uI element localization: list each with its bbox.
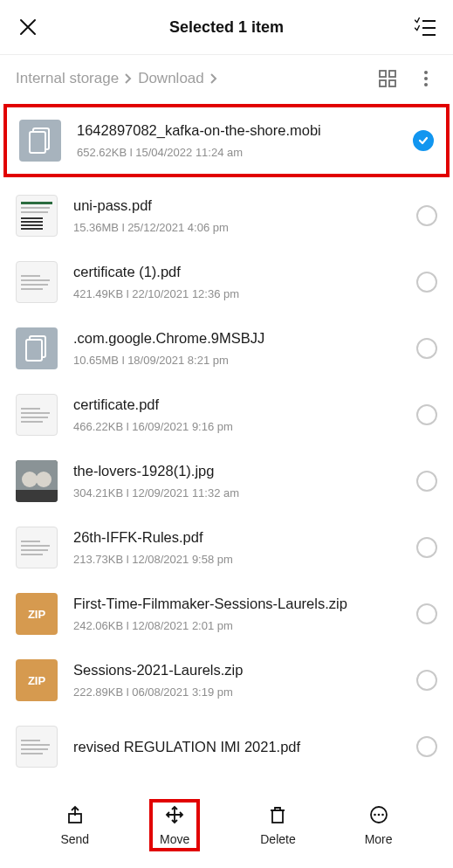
file-thumbnail [16,460,58,502]
file-meta: 242.06KB l 12/08/2021 2:01 pm [73,619,408,632]
selection-checkbox[interactable] [413,130,434,151]
breadcrumb-current[interactable]: Download [138,70,204,87]
chevron-right-icon [209,72,218,85]
file-name: .com.google.Chrome.9MSBJJ [73,330,408,347]
file-info: certificate.pdf466.22KB l 16/09/2021 9:1… [73,396,408,433]
file-item[interactable]: the-lovers-1928(1).jpg304.21KB l 12/09/2… [0,448,453,514]
file-meta: 466.22KB l 16/09/2021 9:16 pm [73,420,408,433]
file-meta: 304.21KB l 12/09/2021 11:32 am [73,486,408,499]
checkmark-icon [417,134,429,147]
file-name: certificate (1).pdf [73,264,408,280]
svg-point-18 [374,814,376,816]
svg-rect-3 [380,71,386,77]
file-info: 26th-IFFK-Rules.pdf213.73KB l 12/08/2021… [73,529,408,566]
svg-point-13 [36,472,51,487]
file-meta: 213.73KB l 12/08/2021 9:58 pm [73,553,408,566]
breadcrumb[interactable]: Internal storage Download [16,70,376,87]
file-thumbnail [16,726,58,768]
file-info: revised REGULATION IMI 2021.pdf [73,739,408,755]
svg-point-20 [381,814,384,816]
move-icon [164,804,185,825]
file-name: Sessions-2021-Laurels.zip [73,662,408,679]
svg-rect-8 [30,132,45,153]
bottom-action-bar: Send Move Delete More [0,789,453,868]
file-name: the-lovers-1928(1).jpg [73,463,408,479]
file-name: certificate.pdf [73,396,408,413]
close-button[interactable] [16,15,40,39]
svg-rect-6 [389,80,395,86]
selection-checkbox[interactable] [416,736,437,757]
file-thumbnail [19,120,61,162]
breadcrumb-root[interactable]: Internal storage [16,70,119,87]
move-label: Move [160,832,189,846]
delete-button[interactable]: Delete [251,799,304,851]
selection-checkbox[interactable] [416,404,437,425]
close-icon [18,17,38,37]
file-thumbnail [16,327,58,369]
file-name: revised REGULATION IMI 2021.pdf [73,739,408,755]
file-meta: 15.36MB l 25/12/2021 4:06 pm [73,221,408,234]
file-thumbnail [16,195,58,237]
file-item[interactable]: certificate.pdf466.22KB l 16/09/2021 9:1… [0,382,453,448]
file-info: uni-pass.pdf15.36MB l 25/12/2021 4:06 pm [73,197,408,234]
selection-checkbox[interactable] [416,537,437,558]
dot [424,77,428,80]
send-button[interactable]: Send [51,799,98,851]
selection-checkbox[interactable] [416,603,437,624]
file-thumbnail: ZIP [16,659,58,701]
document-icon [29,127,51,154]
file-info: .com.google.Chrome.9MSBJJ10.65MB l 18/09… [73,330,408,367]
breadcrumb-row: Internal storage Download [0,55,453,102]
file-info: First-Time-Filmmaker-Sessions-Laurels.zi… [73,596,408,632]
svg-rect-16 [272,810,283,823]
chevron-right-icon [124,72,133,85]
dot [424,83,428,86]
more-label: More [365,832,393,846]
file-name: First-Time-Filmmaker-Sessions-Laurels.zi… [73,596,408,612]
checklist-icon [415,17,436,37]
file-meta: 10.65MB l 18/09/2021 8:21 pm [73,354,408,367]
select-all-button[interactable] [413,15,437,39]
file-item[interactable]: ZIPFirst-Time-Filmmaker-Sessions-Laurels… [0,581,453,647]
file-item[interactable]: 26th-IFFK-Rules.pdf213.73KB l 12/08/2021… [0,514,453,581]
header-bar: Selected 1 item [0,0,453,54]
svg-point-12 [22,472,38,487]
file-info: certificate (1).pdf421.49KB l 22/10/2021… [73,264,408,300]
file-thumbnail [16,527,58,568]
file-name: 26th-IFFK-Rules.pdf [73,529,408,546]
overflow-menu-button[interactable] [415,67,437,90]
more-button[interactable]: More [356,799,402,851]
file-item[interactable]: 1642897082_kafka-on-the-shore.mobi652.62… [3,104,450,177]
file-item[interactable]: revised REGULATION IMI 2021.pdf [0,713,453,780]
file-thumbnail [16,394,58,436]
file-item[interactable]: .com.google.Chrome.9MSBJJ10.65MB l 18/09… [0,315,453,382]
file-list: 1642897082_kafka-on-the-shore.mobi652.62… [0,104,453,780]
svg-rect-4 [389,71,395,77]
selection-checkbox[interactable] [416,272,437,293]
file-item[interactable]: uni-pass.pdf15.36MB l 25/12/2021 4:06 pm [0,183,453,249]
view-toggle-button[interactable] [376,67,399,90]
file-item[interactable]: certificate (1).pdf421.49KB l 22/10/2021… [0,249,453,315]
file-name: uni-pass.pdf [73,197,408,214]
send-label: Send [60,832,89,846]
file-name: 1642897082_kafka-on-the-shore.mobi [77,122,404,139]
file-meta: 652.62KB l 15/04/2022 11:24 am [77,146,404,159]
file-thumbnail [16,261,58,303]
more-icon [368,804,389,825]
svg-rect-10 [26,340,42,361]
selection-checkbox[interactable] [416,205,437,226]
file-info: the-lovers-1928(1).jpg304.21KB l 12/09/2… [73,463,408,499]
page-title: Selected 1 item [40,18,413,37]
svg-rect-5 [380,80,386,86]
selection-checkbox[interactable] [416,338,437,359]
selection-checkbox[interactable] [416,670,437,691]
svg-rect-14 [16,490,58,502]
file-meta: 222.89KB l 06/08/2021 3:19 pm [73,685,408,699]
file-meta: 421.49KB l 22/10/2021 12:36 pm [73,287,408,300]
move-button[interactable]: Move [149,799,200,851]
document-icon [25,335,48,362]
send-icon [65,804,86,825]
selection-checkbox[interactable] [416,471,437,492]
dot [424,71,428,74]
file-item[interactable]: ZIPSessions-2021-Laurels.zip222.89KB l 0… [0,647,453,713]
